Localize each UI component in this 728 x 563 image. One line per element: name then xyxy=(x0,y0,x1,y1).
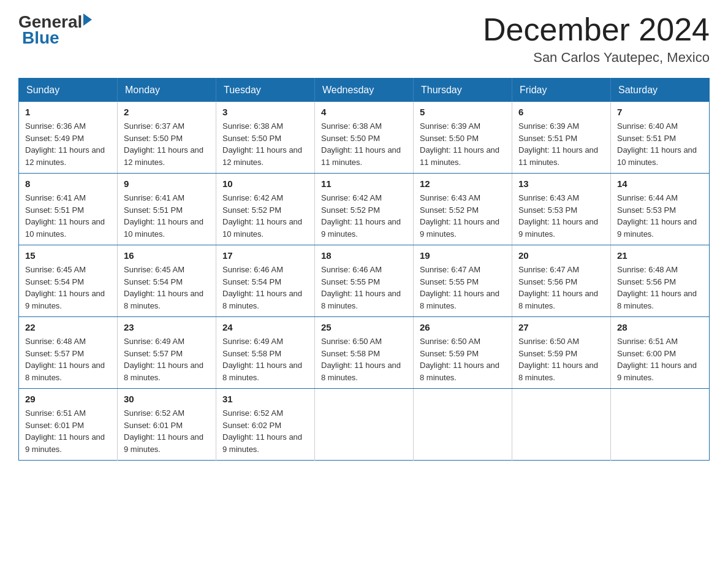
table-row: 22 Sunrise: 6:48 AM Sunset: 5:57 PM Dayl… xyxy=(19,317,118,389)
calendar-week-row: 29 Sunrise: 6:51 AM Sunset: 6:01 PM Dayl… xyxy=(19,389,710,461)
table-row: 4 Sunrise: 6:38 AM Sunset: 5:50 PM Dayli… xyxy=(315,102,414,174)
daylight-label: Daylight: 11 hours and 8 minutes. xyxy=(124,289,203,310)
sunset-label: Sunset: 5:58 PM xyxy=(321,349,380,358)
table-row: 7 Sunrise: 6:40 AM Sunset: 5:51 PM Dayli… xyxy=(611,102,710,174)
day-info: Sunrise: 6:42 AM Sunset: 5:52 PM Dayligh… xyxy=(222,192,308,240)
daylight-label: Daylight: 11 hours and 8 minutes. xyxy=(420,361,499,382)
day-number: 3 xyxy=(222,107,308,117)
sunrise-label: Sunrise: 6:37 AM xyxy=(124,121,184,131)
table-row: 3 Sunrise: 6:38 AM Sunset: 5:50 PM Dayli… xyxy=(216,102,315,174)
sunrise-label: Sunrise: 6:47 AM xyxy=(518,265,579,274)
month-title: December 2024 xyxy=(483,12,710,47)
calendar-week-row: 8 Sunrise: 6:41 AM Sunset: 5:51 PM Dayli… xyxy=(19,174,710,245)
table-row: 14 Sunrise: 6:44 AM Sunset: 5:53 PM Dayl… xyxy=(611,174,710,245)
daylight-label: Daylight: 11 hours and 8 minutes. xyxy=(222,361,302,382)
day-number: 19 xyxy=(420,250,506,261)
daylight-label: Daylight: 11 hours and 8 minutes. xyxy=(25,361,105,382)
page-header: General Blue December 2024 San Carlos Ya… xyxy=(18,12,710,66)
day-number: 27 xyxy=(518,322,604,332)
header-saturday: Saturday xyxy=(611,79,710,102)
sunset-label: Sunset: 5:56 PM xyxy=(518,277,577,286)
daylight-label: Daylight: 11 hours and 8 minutes. xyxy=(222,289,302,310)
day-number: 31 xyxy=(222,394,308,404)
sunset-label: Sunset: 6:01 PM xyxy=(124,421,183,430)
sunset-label: Sunset: 5:53 PM xyxy=(617,205,676,215)
day-number: 16 xyxy=(124,250,210,261)
table-row xyxy=(414,389,512,461)
day-info: Sunrise: 6:38 AM Sunset: 5:50 PM Dayligh… xyxy=(321,120,407,168)
sunset-label: Sunset: 5:57 PM xyxy=(25,349,84,358)
daylight-label: Daylight: 11 hours and 10 minutes. xyxy=(124,217,203,239)
table-row xyxy=(315,389,414,461)
daylight-label: Daylight: 11 hours and 8 minutes. xyxy=(518,361,598,382)
table-row: 18 Sunrise: 6:46 AM Sunset: 5:55 PM Dayl… xyxy=(315,245,414,317)
table-row: 10 Sunrise: 6:42 AM Sunset: 5:52 PM Dayl… xyxy=(216,174,315,245)
day-number: 2 xyxy=(124,107,210,117)
daylight-label: Daylight: 11 hours and 8 minutes. xyxy=(124,361,203,382)
daylight-label: Daylight: 11 hours and 9 minutes. xyxy=(321,217,401,239)
table-row: 6 Sunrise: 6:39 AM Sunset: 5:51 PM Dayli… xyxy=(512,102,611,174)
day-number: 26 xyxy=(420,322,506,332)
table-row: 28 Sunrise: 6:51 AM Sunset: 6:00 PM Dayl… xyxy=(611,317,710,389)
sunset-label: Sunset: 5:52 PM xyxy=(321,205,380,215)
table-row xyxy=(512,389,611,461)
sunrise-label: Sunrise: 6:46 AM xyxy=(222,265,283,274)
sunrise-label: Sunrise: 6:52 AM xyxy=(222,408,283,418)
sunset-label: Sunset: 6:02 PM xyxy=(222,421,281,430)
day-number: 24 xyxy=(222,322,308,332)
day-number: 23 xyxy=(124,322,210,332)
day-number: 25 xyxy=(321,322,407,332)
day-number: 17 xyxy=(222,250,308,261)
sunset-label: Sunset: 5:58 PM xyxy=(222,349,281,358)
sunset-label: Sunset: 5:59 PM xyxy=(420,349,479,358)
daylight-label: Daylight: 11 hours and 12 minutes. xyxy=(25,145,105,167)
sunset-label: Sunset: 5:51 PM xyxy=(25,205,84,215)
day-info: Sunrise: 6:50 AM Sunset: 5:59 PM Dayligh… xyxy=(518,335,604,383)
sunrise-label: Sunrise: 6:39 AM xyxy=(420,121,480,131)
daylight-label: Daylight: 11 hours and 9 minutes. xyxy=(617,361,697,382)
sunrise-label: Sunrise: 6:42 AM xyxy=(222,193,283,202)
day-info: Sunrise: 6:46 AM Sunset: 5:54 PM Dayligh… xyxy=(222,264,308,312)
daylight-label: Daylight: 11 hours and 10 minutes. xyxy=(222,217,302,239)
day-info: Sunrise: 6:47 AM Sunset: 5:55 PM Dayligh… xyxy=(420,264,506,312)
sunrise-label: Sunrise: 6:41 AM xyxy=(124,193,184,202)
day-number: 20 xyxy=(518,250,604,261)
day-info: Sunrise: 6:49 AM Sunset: 5:57 PM Dayligh… xyxy=(124,335,210,383)
table-row: 31 Sunrise: 6:52 AM Sunset: 6:02 PM Dayl… xyxy=(216,389,315,461)
table-row: 29 Sunrise: 6:51 AM Sunset: 6:01 PM Dayl… xyxy=(19,389,118,461)
sunrise-label: Sunrise: 6:44 AM xyxy=(617,193,678,202)
sunset-label: Sunset: 5:49 PM xyxy=(25,134,84,143)
table-row: 26 Sunrise: 6:50 AM Sunset: 5:59 PM Dayl… xyxy=(414,317,512,389)
sunset-label: Sunset: 5:51 PM xyxy=(518,134,577,143)
day-info: Sunrise: 6:46 AM Sunset: 5:55 PM Dayligh… xyxy=(321,264,407,312)
sunset-label: Sunset: 5:50 PM xyxy=(124,134,183,143)
sunrise-label: Sunrise: 6:45 AM xyxy=(124,265,184,274)
table-row: 20 Sunrise: 6:47 AM Sunset: 5:56 PM Dayl… xyxy=(512,245,611,317)
table-row: 11 Sunrise: 6:42 AM Sunset: 5:52 PM Dayl… xyxy=(315,174,414,245)
day-info: Sunrise: 6:44 AM Sunset: 5:53 PM Dayligh… xyxy=(617,192,703,240)
day-info: Sunrise: 6:49 AM Sunset: 5:58 PM Dayligh… xyxy=(222,335,308,383)
logo-triangle-icon xyxy=(83,13,92,26)
day-number: 13 xyxy=(518,178,604,189)
header-tuesday: Tuesday xyxy=(216,79,315,102)
sunrise-label: Sunrise: 6:50 AM xyxy=(518,337,579,346)
sunrise-label: Sunrise: 6:49 AM xyxy=(222,337,283,346)
header-thursday: Thursday xyxy=(414,79,512,102)
daylight-label: Daylight: 11 hours and 9 minutes. xyxy=(25,432,105,454)
day-info: Sunrise: 6:36 AM Sunset: 5:49 PM Dayligh… xyxy=(25,120,111,168)
sunrise-label: Sunrise: 6:39 AM xyxy=(518,121,579,131)
daylight-label: Daylight: 11 hours and 8 minutes. xyxy=(420,289,499,310)
day-number: 6 xyxy=(518,107,604,117)
day-number: 15 xyxy=(25,250,111,261)
day-info: Sunrise: 6:41 AM Sunset: 5:51 PM Dayligh… xyxy=(25,192,111,240)
logo: General Blue xyxy=(18,12,92,48)
sunrise-label: Sunrise: 6:38 AM xyxy=(321,121,382,131)
day-info: Sunrise: 6:52 AM Sunset: 6:02 PM Dayligh… xyxy=(222,407,308,455)
day-number: 21 xyxy=(617,250,703,261)
sunrise-label: Sunrise: 6:52 AM xyxy=(124,408,184,418)
day-info: Sunrise: 6:40 AM Sunset: 5:51 PM Dayligh… xyxy=(617,120,703,168)
table-row: 19 Sunrise: 6:47 AM Sunset: 5:55 PM Dayl… xyxy=(414,245,512,317)
day-number: 22 xyxy=(25,322,111,332)
header-friday: Friday xyxy=(512,79,611,102)
sunset-label: Sunset: 5:52 PM xyxy=(222,205,281,215)
